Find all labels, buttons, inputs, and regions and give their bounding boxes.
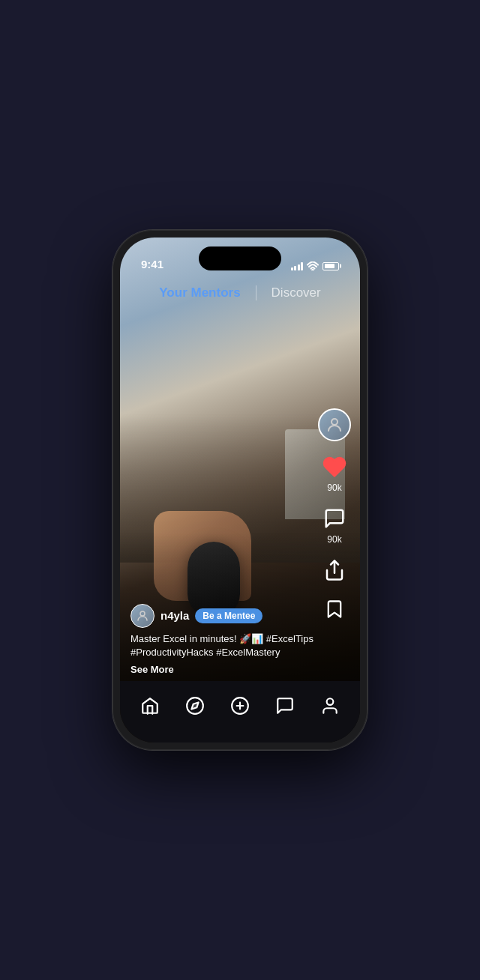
username[interactable]: n4yla	[160, 609, 189, 622]
comment-button[interactable]: 90k	[321, 505, 348, 545]
svg-point-3	[140, 611, 145, 616]
user-info: n4yla Be a Mentee Master Excel in minute…	[130, 604, 315, 675]
status-icons	[291, 261, 340, 270]
add-icon	[230, 696, 250, 716]
bookmark-icon	[321, 596, 348, 623]
dynamic-island	[199, 246, 281, 270]
nav-home[interactable]	[132, 688, 168, 724]
like-button[interactable]: 90k	[321, 453, 348, 493]
status-time: 9:41	[141, 258, 164, 270]
share-icon	[321, 557, 348, 584]
profile-icon	[320, 696, 340, 716]
tab-discover[interactable]: Discover	[260, 282, 333, 303]
nav-profile[interactable]	[312, 688, 348, 724]
bottom-nav	[120, 681, 360, 742]
compass-icon	[185, 696, 205, 716]
comment-count: 90k	[327, 534, 341, 545]
mentee-badge[interactable]: Be a Mentee	[195, 608, 262, 623]
signal-icon	[291, 261, 304, 270]
header-nav: Your Mentors Discover	[120, 276, 360, 309]
home-icon	[140, 696, 160, 716]
nav-messages[interactable]	[267, 688, 303, 724]
comment-icon	[321, 505, 348, 532]
tab-your-mentors[interactable]: Your Mentors	[147, 282, 252, 303]
phone-frame: 9:41 Your M	[112, 230, 368, 750]
svg-point-1	[332, 419, 338, 425]
heart-icon	[321, 453, 348, 480]
right-actions: 90k 90k	[318, 408, 351, 623]
creator-avatar[interactable]	[318, 408, 351, 441]
nav-add[interactable]	[222, 688, 258, 724]
see-more-button[interactable]: See More	[130, 664, 315, 675]
messages-icon	[275, 696, 295, 716]
phone-screen: 9:41 Your M	[120, 238, 360, 742]
nav-explore[interactable]	[177, 688, 213, 724]
video-caption: Master Excel in minutes! 🚀📊 #ExcelTips #…	[130, 632, 315, 659]
battery-icon	[322, 262, 339, 270]
svg-marker-5	[191, 702, 198, 709]
svg-point-9	[327, 698, 334, 705]
nav-divider	[256, 285, 256, 300]
user-row: n4yla Be a Mentee	[130, 604, 315, 628]
svg-point-0	[312, 270, 314, 270]
wifi-icon	[307, 261, 319, 270]
like-count: 90k	[327, 483, 341, 493]
user-avatar[interactable]	[130, 604, 154, 628]
bookmark-button[interactable]	[321, 596, 348, 623]
share-button[interactable]	[321, 557, 348, 584]
